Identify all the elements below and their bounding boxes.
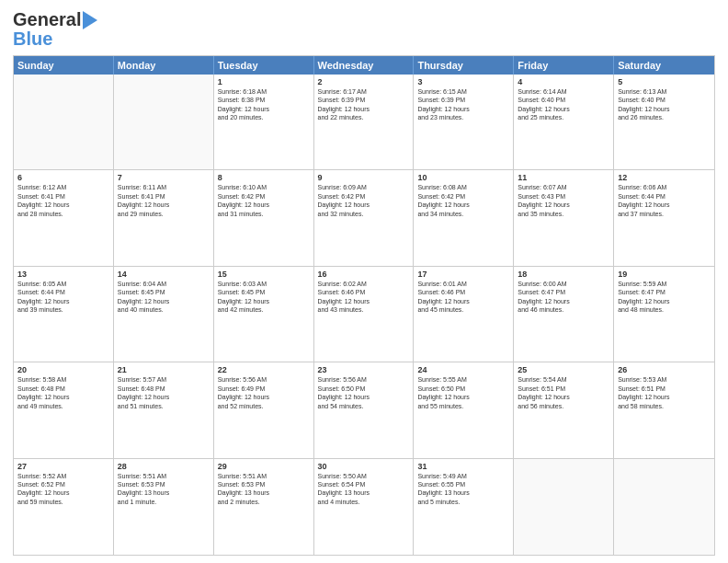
day-number: 4 — [518, 77, 609, 86]
week-row-3: 13Sunrise: 6:05 AMSunset: 6:44 PMDayligh… — [14, 267, 714, 362]
day-number: 19 — [618, 270, 711, 279]
cal-cell: 12Sunrise: 6:06 AMSunset: 6:44 PMDayligh… — [614, 170, 714, 265]
week-row-4: 20Sunrise: 5:58 AMSunset: 6:48 PMDayligh… — [14, 362, 714, 458]
day-info: Sunrise: 6:15 AMSunset: 6:39 PMDaylight:… — [417, 87, 509, 122]
day-number: 7 — [118, 173, 210, 182]
cal-cell: 3Sunrise: 6:15 AMSunset: 6:39 PMDaylight… — [414, 75, 514, 169]
cal-cell: 24Sunrise: 5:55 AMSunset: 6:50 PMDayligh… — [414, 362, 514, 457]
day-number: 13 — [17, 270, 109, 279]
day-info: Sunrise: 5:55 AMSunset: 6:50 PMDaylight:… — [417, 375, 509, 410]
calendar: SundayMondayTuesdayWednesdayThursdayFrid… — [13, 55, 715, 556]
cal-cell: 22Sunrise: 5:56 AMSunset: 6:49 PMDayligh… — [214, 362, 314, 457]
day-number: 15 — [218, 270, 310, 279]
header-day-thursday: Thursday — [414, 56, 514, 75]
day-info: Sunrise: 6:09 AMSunset: 6:42 PMDaylight:… — [318, 183, 410, 218]
day-number: 22 — [218, 365, 310, 374]
day-number: 21 — [118, 365, 210, 374]
day-number: 23 — [318, 365, 410, 374]
cal-cell: 6Sunrise: 6:12 AMSunset: 6:41 PMDaylight… — [14, 170, 114, 265]
cal-cell: 21Sunrise: 5:57 AMSunset: 6:48 PMDayligh… — [114, 362, 214, 457]
calendar-header: SundayMondayTuesdayWednesdayThursdayFrid… — [14, 56, 714, 75]
day-info: Sunrise: 6:10 AMSunset: 6:42 PMDaylight:… — [218, 183, 310, 218]
week-row-2: 6Sunrise: 6:12 AMSunset: 6:41 PMDaylight… — [14, 170, 714, 266]
day-info: Sunrise: 5:49 AMSunset: 6:55 PMDaylight:… — [417, 472, 509, 507]
day-number: 26 — [618, 365, 711, 374]
week-row-5: 27Sunrise: 5:52 AMSunset: 6:52 PMDayligh… — [14, 459, 714, 555]
day-number: 2 — [318, 77, 410, 86]
cal-cell: 29Sunrise: 5:51 AMSunset: 6:53 PMDayligh… — [214, 459, 314, 555]
header-day-monday: Monday — [114, 56, 214, 75]
cal-cell: 30Sunrise: 5:50 AMSunset: 6:54 PMDayligh… — [314, 459, 415, 555]
cal-cell: 15Sunrise: 6:03 AMSunset: 6:45 PMDayligh… — [214, 267, 314, 362]
day-info: Sunrise: 6:05 AMSunset: 6:44 PMDaylight:… — [17, 280, 109, 315]
day-info: Sunrise: 5:56 AMSunset: 6:50 PMDaylight:… — [318, 375, 410, 410]
cal-cell: 7Sunrise: 6:11 AMSunset: 6:41 PMDaylight… — [114, 170, 214, 265]
cal-cell — [614, 459, 714, 555]
day-info: Sunrise: 6:07 AMSunset: 6:43 PMDaylight:… — [518, 183, 609, 218]
day-number: 28 — [118, 462, 210, 471]
day-number: 11 — [518, 173, 609, 182]
cal-cell: 14Sunrise: 6:04 AMSunset: 6:45 PMDayligh… — [114, 267, 214, 362]
day-number: 18 — [518, 270, 609, 279]
day-info: Sunrise: 6:18 AMSunset: 6:38 PMDaylight:… — [218, 87, 310, 122]
logo-general: General — [13, 9, 81, 30]
cal-cell: 31Sunrise: 5:49 AMSunset: 6:55 PMDayligh… — [414, 459, 514, 555]
header: General Blue — [13, 9, 715, 50]
day-number: 31 — [417, 462, 509, 471]
day-info: Sunrise: 5:51 AMSunset: 6:53 PMDaylight:… — [218, 472, 310, 507]
day-number: 30 — [318, 462, 410, 471]
day-info: Sunrise: 6:11 AMSunset: 6:41 PMDaylight:… — [118, 183, 210, 218]
day-info: Sunrise: 6:04 AMSunset: 6:45 PMDaylight:… — [118, 280, 210, 315]
cal-cell — [14, 75, 114, 169]
day-info: Sunrise: 5:59 AMSunset: 6:47 PMDaylight:… — [618, 280, 711, 315]
day-number: 20 — [17, 365, 109, 374]
cal-cell: 2Sunrise: 6:17 AMSunset: 6:39 PMDaylight… — [314, 75, 415, 169]
page: General Blue SundayMondayTuesdayWednesda… — [0, 0, 728, 563]
header-day-saturday: Saturday — [614, 56, 714, 75]
day-info: Sunrise: 6:13 AMSunset: 6:40 PMDaylight:… — [618, 87, 711, 122]
logo-arrow-icon — [83, 11, 97, 29]
day-number: 24 — [417, 365, 509, 374]
day-info: Sunrise: 5:50 AMSunset: 6:54 PMDaylight:… — [318, 472, 410, 507]
cal-cell: 1Sunrise: 6:18 AMSunset: 6:38 PMDaylight… — [214, 75, 314, 169]
logo-blue: Blue — [13, 29, 52, 50]
header-day-tuesday: Tuesday — [214, 56, 314, 75]
day-info: Sunrise: 6:01 AMSunset: 6:46 PMDaylight:… — [417, 280, 509, 315]
cal-cell: 9Sunrise: 6:09 AMSunset: 6:42 PMDaylight… — [314, 170, 415, 265]
day-info: Sunrise: 5:52 AMSunset: 6:52 PMDaylight:… — [17, 472, 109, 507]
cal-cell: 23Sunrise: 5:56 AMSunset: 6:50 PMDayligh… — [314, 362, 415, 457]
logo: General Blue — [13, 9, 97, 50]
cal-cell: 5Sunrise: 6:13 AMSunset: 6:40 PMDaylight… — [614, 75, 714, 169]
day-number: 29 — [218, 462, 310, 471]
cal-cell: 11Sunrise: 6:07 AMSunset: 6:43 PMDayligh… — [514, 170, 614, 265]
day-number: 6 — [17, 173, 109, 182]
cal-cell: 27Sunrise: 5:52 AMSunset: 6:52 PMDayligh… — [14, 459, 114, 555]
day-number: 5 — [618, 77, 711, 86]
day-info: Sunrise: 6:06 AMSunset: 6:44 PMDaylight:… — [618, 183, 711, 218]
cal-cell — [114, 75, 214, 169]
day-info: Sunrise: 5:54 AMSunset: 6:51 PMDaylight:… — [518, 375, 609, 410]
cal-cell — [514, 459, 614, 555]
cal-cell: 4Sunrise: 6:14 AMSunset: 6:40 PMDaylight… — [514, 75, 614, 169]
cal-cell: 28Sunrise: 5:51 AMSunset: 6:53 PMDayligh… — [114, 459, 214, 555]
day-info: Sunrise: 5:51 AMSunset: 6:53 PMDaylight:… — [118, 472, 210, 507]
header-day-wednesday: Wednesday — [314, 56, 415, 75]
day-number: 17 — [417, 270, 509, 279]
day-info: Sunrise: 5:56 AMSunset: 6:49 PMDaylight:… — [218, 375, 310, 410]
day-info: Sunrise: 5:57 AMSunset: 6:48 PMDaylight:… — [118, 375, 210, 410]
day-number: 12 — [618, 173, 711, 182]
day-number: 3 — [417, 77, 509, 86]
day-info: Sunrise: 6:12 AMSunset: 6:41 PMDaylight:… — [17, 183, 109, 218]
cal-cell: 10Sunrise: 6:08 AMSunset: 6:42 PMDayligh… — [414, 170, 514, 265]
day-info: Sunrise: 6:02 AMSunset: 6:46 PMDaylight:… — [318, 280, 410, 315]
day-number: 16 — [318, 270, 410, 279]
cal-cell: 17Sunrise: 6:01 AMSunset: 6:46 PMDayligh… — [414, 267, 514, 362]
day-info: Sunrise: 5:53 AMSunset: 6:51 PMDaylight:… — [618, 375, 711, 410]
day-number: 9 — [318, 173, 410, 182]
cal-cell: 18Sunrise: 6:00 AMSunset: 6:47 PMDayligh… — [514, 267, 614, 362]
day-number: 25 — [518, 365, 609, 374]
day-number: 1 — [218, 77, 310, 86]
day-info: Sunrise: 6:17 AMSunset: 6:39 PMDaylight:… — [318, 87, 410, 122]
day-info: Sunrise: 6:00 AMSunset: 6:47 PMDaylight:… — [518, 280, 609, 315]
day-info: Sunrise: 6:14 AMSunset: 6:40 PMDaylight:… — [518, 87, 609, 122]
